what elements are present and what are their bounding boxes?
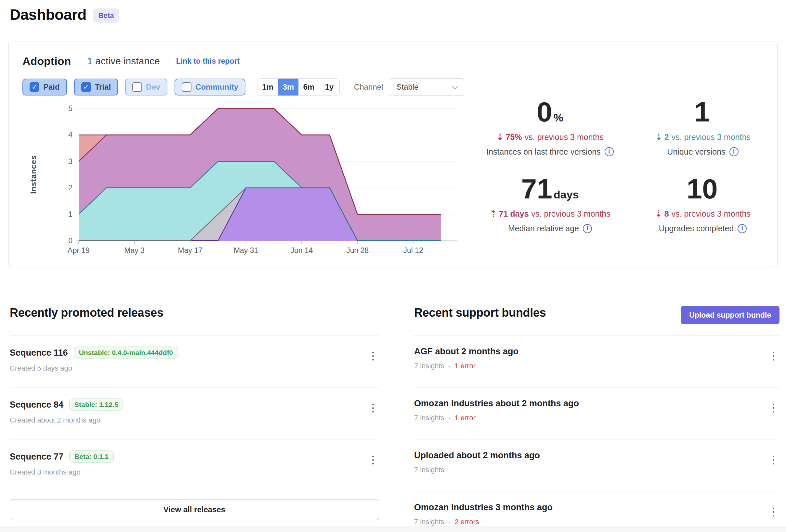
info-icon[interactable]: [605, 147, 614, 156]
bundles-list: AGF about 2 months ago 7 insights · 1 er…: [414, 335, 780, 532]
footer-strip: [0, 526, 786, 532]
bundle-row[interactable]: AGF about 2 months ago 7 insights · 1 er…: [414, 336, 780, 387]
svg-text:5: 5: [68, 104, 72, 113]
releases-heading: Recently promoted releases: [10, 306, 163, 320]
bundle-row[interactable]: Omozan Industries about 2 months ago 7 i…: [414, 387, 780, 439]
checkbox-icon: [29, 82, 39, 92]
down-dashed-arrow-icon: ⇣: [655, 209, 663, 219]
kebab-menu-icon[interactable]: [370, 402, 376, 414]
up-dashed-arrow-icon: ⇡: [489, 209, 497, 219]
svg-text:Apr 19: Apr 19: [68, 246, 90, 255]
release-title: Sequence 116: [10, 348, 68, 358]
svg-text:Jul 12: Jul 12: [403, 246, 423, 255]
adoption-title: Adoption: [22, 55, 71, 68]
range-3m-button[interactable]: 3m: [278, 79, 298, 96]
kebab-menu-icon[interactable]: [771, 506, 776, 518]
time-range-segmented-control: 1m 3m 6m 1y: [257, 78, 340, 96]
svg-text:1: 1: [68, 210, 72, 219]
filter-label: Community: [195, 82, 238, 92]
channel-select-value: Stable: [396, 82, 418, 92]
down-dashed-arrow-icon: ⇣: [655, 132, 663, 142]
info-icon[interactable]: [583, 224, 592, 233]
stat-delta: ⇣8vs. previous 3 months: [626, 209, 779, 219]
bundle-errors: 2 errors: [455, 518, 479, 526]
down-dashed-arrow-icon: ⇣: [496, 132, 504, 142]
stat-label: Instances on last three versions: [473, 147, 626, 156]
bundle-insights: 7 insights: [414, 518, 444, 526]
page-header: Dashboard Beta: [10, 6, 119, 23]
stat-label: Median relative age: [473, 224, 626, 233]
release-row[interactable]: Sequence 84 Stable: 1.12.5 Created about…: [10, 387, 379, 439]
info-icon[interactable]: [730, 147, 739, 156]
info-icon[interactable]: [738, 224, 747, 233]
filter-label: Paid: [43, 82, 60, 92]
stat-unique-versions: 1 ⇣2vs. previous 3 months Unique version…: [626, 96, 779, 156]
svg-text:Jun 28: Jun 28: [346, 246, 369, 255]
recent-support-bundles-section: Recent support bundles Upload support bu…: [414, 306, 780, 532]
bundle-title: AGF about 2 months ago: [414, 346, 518, 357]
bundle-title: Uploaded about 2 months ago: [414, 451, 540, 461]
adoption-filters: Paid Trial Dev Community 1m 3m 6m 1y Cha…: [22, 78, 464, 96]
stat-instances-last-three-versions: 0% ⇣75%vs. previous 3 months Instances o…: [473, 96, 626, 156]
releases-list: Sequence 116 Unstable: 0.4.0-main.444ddf…: [10, 335, 379, 491]
svg-text:0: 0: [68, 237, 72, 245]
range-6m-button[interactable]: 6m: [298, 79, 319, 96]
channel-select[interactable]: Stable: [389, 78, 464, 96]
kebab-menu-icon[interactable]: [771, 402, 776, 414]
release-title: Sequence 84: [10, 400, 63, 410]
kebab-menu-icon[interactable]: [771, 350, 776, 362]
filter-trial-checkbox[interactable]: Trial: [74, 79, 118, 96]
svg-text:May 17: May 17: [178, 246, 202, 255]
stat-delta: ⇣2vs. previous 3 months: [626, 132, 779, 142]
dot-separator: ·: [448, 414, 450, 422]
divider: [79, 54, 79, 69]
adoption-card-header: Adoption 1 active instance Link to this …: [22, 54, 239, 69]
divider: [168, 54, 168, 69]
svg-text:May 3: May 3: [124, 246, 145, 255]
stat-value: 1: [626, 96, 779, 127]
checkbox-icon: [81, 82, 91, 92]
bundle-errors: 1 error: [455, 362, 476, 370]
dot-separator: ·: [448, 518, 450, 526]
filter-dev-checkbox[interactable]: Dev: [125, 79, 167, 96]
svg-text:Jun 14: Jun 14: [291, 246, 313, 255]
svg-text:4: 4: [68, 130, 72, 139]
stat-label: Unique versions: [626, 147, 779, 156]
release-created: Created about 2 months ago: [10, 416, 100, 425]
range-1y-button[interactable]: 1y: [319, 79, 339, 96]
upload-support-bundle-button[interactable]: Upload support bundle: [681, 306, 780, 324]
stat-value: 71days: [473, 173, 626, 204]
release-version-badge: Stable: 1.12.5: [69, 398, 123, 411]
release-row[interactable]: Sequence 116 Unstable: 0.4.0-main.444ddf…: [10, 336, 379, 387]
release-created: Created 3 months ago: [10, 468, 80, 477]
kebab-menu-icon[interactable]: [370, 350, 376, 362]
release-version-badge: Beta: 0.1.1: [69, 451, 114, 463]
stat-delta: ⇣75%vs. previous 3 months: [473, 132, 626, 142]
active-instance-count: 1 active instance: [87, 55, 160, 67]
link-to-report[interactable]: Link to this report: [176, 57, 240, 66]
adoption-chart: 012345Apr 19May 3May 17May 31Jun 14Jun 2…: [28, 101, 463, 256]
bundle-title: Omozan Industries about 2 months ago: [414, 398, 579, 409]
bundle-row[interactable]: Uploaded about 2 months ago 7 insights: [414, 439, 780, 491]
release-row[interactable]: Sequence 77 Beta: 0.1.1 Created 3 months…: [10, 439, 379, 491]
stat-value: 10: [626, 173, 779, 204]
release-created: Created 5 days ago: [10, 364, 72, 372]
bundle-insights: 7 insights: [414, 414, 444, 422]
dot-separator: ·: [448, 362, 450, 370]
view-all-releases-button[interactable]: View all releases: [10, 499, 379, 520]
filter-paid-checkbox[interactable]: Paid: [22, 79, 67, 96]
range-1m-button[interactable]: 1m: [257, 79, 278, 96]
filter-community-checkbox[interactable]: Community: [175, 79, 246, 96]
stat-median-relative-age: 71days ⇡71 daysvs. previous 3 months Med…: [473, 173, 626, 234]
stat-upgrades-completed: 10 ⇣8vs. previous 3 months Upgrades comp…: [626, 173, 779, 234]
bundle-errors: 1 error: [455, 414, 476, 422]
svg-text:3: 3: [68, 157, 72, 166]
recently-promoted-releases-section: Recently promoted releases Sequence 116 …: [10, 306, 379, 520]
chevron-down-icon: [453, 83, 458, 89]
release-version-badge: Unstable: 0.4.0-main.444ddf0: [74, 346, 178, 359]
kebab-menu-icon[interactable]: [771, 454, 776, 466]
adoption-card: Adoption 1 active instance Link to this …: [8, 42, 778, 267]
kebab-menu-icon[interactable]: [370, 454, 376, 466]
stat-label: Upgrades completed: [626, 224, 779, 233]
svg-text:Instances: Instances: [29, 155, 38, 194]
